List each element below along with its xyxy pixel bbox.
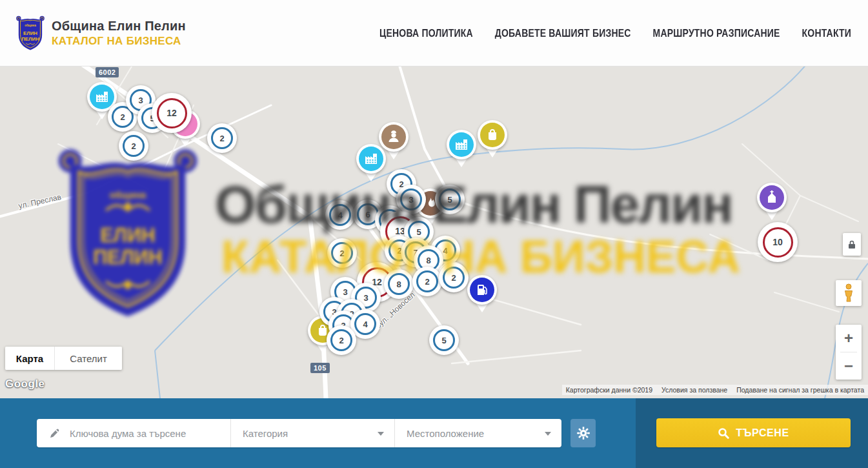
lock-icon: [847, 239, 856, 250]
map-view-button[interactable]: Карта: [5, 347, 55, 370]
header: община ЕЛИН ПЕЛИН Община Елин Пелин КАТА…: [0, 0, 868, 66]
cluster-marker[interactable]: 8: [384, 269, 414, 299]
factory-pin[interactable]: [447, 130, 476, 171]
church-icon: [760, 185, 784, 210]
pin-bubble: [447, 130, 476, 159]
cluster-count: 5: [433, 329, 455, 351]
municipality-crest-icon: община ЕЛИН ПЕЛИН: [15, 14, 45, 52]
search-panel: Категория Местоположение: [0, 398, 868, 468]
nav-link-route-schedule[interactable]: МАРШРУТНО РАЗПИСАНИЕ: [653, 27, 780, 39]
satellite-view-button[interactable]: Сателит: [55, 347, 122, 370]
main-navigation: ЦЕНОВА ПОЛИТИКА ДОБАВЕТЕ ВАШИЯТ БИЗНЕС М…: [379, 28, 851, 38]
nav-link-pricing-policy[interactable]: ЦЕНОВА ПОЛИТИКА: [379, 27, 473, 39]
lock-control-button[interactable]: [843, 233, 861, 256]
zoom-in-button[interactable]: +: [836, 325, 862, 352]
site-title: Община Елин Пелин КАТАЛОГ НА БИЗНЕСА: [52, 19, 186, 48]
keyword-search-field[interactable]: [37, 419, 230, 447]
cluster-count: 4: [354, 313, 376, 335]
street-view-pegman-button[interactable]: [836, 280, 862, 306]
cluster-marker[interactable]: 5: [429, 325, 459, 355]
church-pin[interactable]: [757, 183, 787, 224]
cluster-marker[interactable]: 2: [327, 238, 357, 268]
chevron-down-icon: [545, 432, 551, 439]
search-submit-button[interactable]: ТЪРСЕНЕ: [656, 418, 851, 447]
cluster-count: 2: [330, 329, 352, 351]
factory-icon: [449, 132, 474, 157]
gear-icon: [576, 425, 591, 441]
page: 6002 105 ул. Преслав бул. „Новосел 23512…: [0, 0, 868, 468]
cluster-count: 8: [388, 273, 410, 295]
cluster-count: 4: [329, 204, 351, 226]
cluster-count: 2: [211, 127, 233, 149]
location-dropdown[interactable]: Местоположение: [394, 419, 561, 447]
site-logo[interactable]: община ЕЛИН ПЕЛИН Община Елин Пелин КАТА…: [15, 14, 186, 52]
site-title-line2: КАТАЛОГ НА БИЗНЕСА: [52, 35, 186, 48]
category-dropdown-value: Категория: [243, 428, 288, 439]
terms-link[interactable]: Условия за ползване: [661, 386, 727, 394]
cluster-marker[interactable]: 5: [435, 185, 465, 214]
factory-icon: [359, 147, 383, 171]
pin-bubble: [757, 183, 787, 212]
map-data-copyright: Картографски данни ©2019: [566, 386, 652, 394]
svg-text:ЕЛИН: ЕЛИН: [23, 30, 37, 36]
cluster-count: 10: [763, 227, 793, 258]
shopping-bag-pin[interactable]: [478, 120, 507, 161]
factory-icon: [90, 85, 114, 109]
pencil-icon: [48, 427, 61, 440]
cluster-count: 2: [123, 135, 145, 157]
category-dropdown[interactable]: Категория: [230, 419, 394, 447]
cluster-count: 2: [443, 267, 465, 289]
cluster-marker[interactable]: 2: [327, 325, 356, 355]
svg-text:ПЕЛИН: ПЕЛИН: [21, 36, 39, 42]
gas-station-icon: [470, 278, 494, 302]
cluster-marker[interactable]: 12: [152, 93, 192, 133]
gas-station-pin[interactable]: [467, 275, 497, 316]
google-logo[interactable]: Google: [5, 378, 45, 391]
cluster-marker[interactable]: 2: [439, 263, 469, 292]
pin-bubble: [467, 275, 497, 305]
cluster-marker[interactable]: 10: [758, 222, 798, 262]
cluster-marker[interactable]: 2: [207, 123, 237, 153]
map-attribution: Картографски данни ©2019 Условия за полз…: [562, 385, 868, 395]
cluster-marker[interactable]: 2: [412, 267, 442, 296]
pin-bubble: [478, 120, 507, 150]
report-error-link[interactable]: Подаване на сигнал за грешка в картата: [736, 386, 864, 394]
cluster-marker[interactable]: 4: [325, 200, 355, 230]
svg-text:община: община: [25, 23, 36, 27]
factory-pin[interactable]: [356, 144, 386, 185]
site-title-line1: Община Елин Пелин: [52, 19, 186, 34]
zoom-control: + −: [836, 325, 862, 380]
keyword-search-input[interactable]: [70, 428, 225, 439]
search-icon: [718, 427, 729, 439]
road-badge: 105: [310, 363, 330, 373]
map-type-switcher: Карта Сателит: [5, 347, 122, 370]
chevron-down-icon: [378, 432, 384, 439]
shopping-bag-icon: [480, 123, 505, 147]
cluster-marker[interactable]: 2: [119, 131, 148, 161]
search-bar: Категория Местоположение: [37, 419, 561, 447]
pegman-icon: [842, 283, 855, 303]
road-badge: 6002: [96, 67, 119, 77]
advanced-settings-button[interactable]: [570, 419, 596, 447]
cluster-count: 2: [416, 270, 438, 292]
search-button-label: ТЪРСЕНЕ: [736, 427, 789, 439]
cluster-count: 5: [439, 188, 461, 210]
cluster-count: 3: [400, 188, 422, 210]
pin-bubble: [356, 144, 386, 174]
nav-link-contacts[interactable]: КОНТАКТИ: [802, 27, 851, 39]
nav-link-add-business[interactable]: ДОБАВЕТЕ ВАШИЯТ БИЗНЕС: [495, 27, 631, 39]
cluster-count: 2: [331, 242, 353, 264]
location-dropdown-value: Местоположение: [407, 428, 484, 439]
cluster-count: 12: [157, 98, 187, 128]
zoom-out-button[interactable]: −: [836, 352, 862, 380]
